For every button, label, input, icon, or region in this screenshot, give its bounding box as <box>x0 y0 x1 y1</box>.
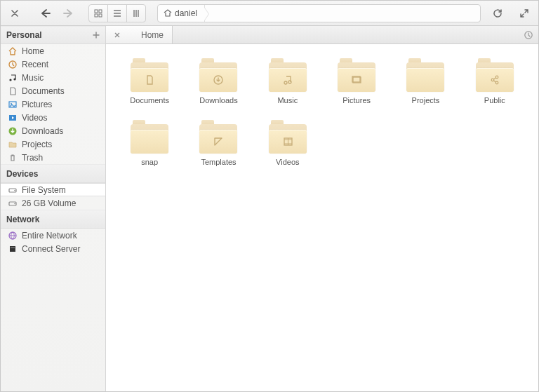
svg-point-6 <box>13 78 15 80</box>
arrow-right-icon <box>63 9 73 18</box>
breadcrumb-label: daniel <box>175 8 197 18</box>
sidebar-item-connect-server[interactable]: Connect Server <box>1 242 105 255</box>
folder-label: Music <box>277 96 298 104</box>
folder-icon <box>269 62 307 92</box>
folder-documents[interactable]: Documents <box>119 62 180 104</box>
network-icon <box>8 231 18 241</box>
folder-icon <box>406 62 444 92</box>
sidebar-section-header: Personal <box>1 26 105 44</box>
sidebar-item-pictures[interactable]: Pictures <box>1 97 105 111</box>
nav-back-button[interactable] <box>36 4 55 22</box>
folder-icon <box>338 62 375 92</box>
sidebar-item-downloads[interactable]: Downloads <box>1 124 105 137</box>
svg-point-20 <box>284 81 287 84</box>
svg-point-14 <box>14 203 15 204</box>
sidebar-item-label: File System <box>22 185 66 195</box>
sidebar-item-recent[interactable]: Recent <box>1 58 105 71</box>
folder-pictures[interactable]: Pictures <box>326 62 387 104</box>
sidebar-item-label: Documents <box>22 86 65 96</box>
breadcrumb-home[interactable]: daniel <box>158 5 205 22</box>
view-mode-group <box>89 4 146 22</box>
svg-point-5 <box>9 79 11 81</box>
svg-rect-3 <box>99 14 102 17</box>
sidebar-item-music[interactable]: Music <box>1 71 105 84</box>
folder-videos[interactable]: Videos <box>257 124 319 166</box>
sidebar-item-entire-network[interactable]: Entire Network <box>1 229 105 242</box>
columns-icon <box>132 9 140 18</box>
folder-label: snap <box>141 158 158 166</box>
drive-icon <box>8 198 18 208</box>
video-icon <box>8 113 18 123</box>
trash-icon <box>8 153 18 163</box>
sidebar-item-label: Connect Server <box>22 244 80 254</box>
list-icon <box>113 9 121 18</box>
folder-label: Pictures <box>342 96 371 104</box>
folder-label: Videos <box>276 158 299 166</box>
home-icon <box>8 46 18 56</box>
folder-templates[interactable]: Templates <box>187 124 249 166</box>
sidebar-item-label: Downloads <box>22 126 63 136</box>
svg-point-24 <box>491 79 494 81</box>
folder-label: Public <box>484 96 505 104</box>
sidebar-item-projects[interactable]: Projects <box>1 137 105 151</box>
folder-downloads[interactable]: Downloads <box>187 62 249 104</box>
doc-icon <box>8 86 18 96</box>
svg-point-26 <box>495 81 498 84</box>
folder-music[interactable]: Music <box>257 62 319 104</box>
folder-projects[interactable]: Projects <box>394 62 456 104</box>
music-icon <box>8 73 18 83</box>
arrow-left-icon <box>41 9 51 18</box>
sidebar-item-26-gb-volume[interactable]: 26 GB Volume <box>1 196 105 210</box>
folder-public[interactable]: Public <box>464 62 526 104</box>
path-bar[interactable]: daniel <box>157 4 481 22</box>
close-icon <box>11 10 18 17</box>
window-maximize-button[interactable] <box>514 4 534 22</box>
drive-icon <box>8 185 18 195</box>
toolbar: daniel <box>1 1 538 26</box>
svg-rect-2 <box>95 14 98 17</box>
sidebar-item-documents[interactable]: Documents <box>1 84 105 97</box>
svg-rect-0 <box>95 10 98 13</box>
sidebar-section-title: Network <box>6 215 39 224</box>
folder-icon <box>131 124 168 154</box>
folder-label: Templates <box>201 158 236 166</box>
sidebar-item-file-system[interactable]: File System <box>1 183 105 196</box>
view-list-button[interactable] <box>107 4 127 22</box>
sidebar-section-title: Personal <box>6 30 42 40</box>
picture-icon <box>8 100 18 109</box>
svg-point-12 <box>14 189 15 191</box>
work-area: Personal HomeRecentMusicDocumentsPicture… <box>1 26 538 391</box>
folder-icon <box>8 140 18 149</box>
sidebar-item-trash[interactable]: Trash <box>1 151 105 164</box>
sidebar-item-home[interactable]: Home <box>1 44 105 58</box>
svg-point-21 <box>288 81 291 83</box>
download-icon <box>8 126 18 136</box>
folder-icon <box>199 62 237 92</box>
sidebar-item-label: Trash <box>22 153 43 163</box>
folder-label: Projects <box>412 96 440 104</box>
window-close-button[interactable] <box>5 4 25 22</box>
content-area[interactable]: Documents Downloads Music Pictures Proje… <box>106 44 538 391</box>
history-icon <box>524 30 533 40</box>
folder-icon <box>476 62 514 92</box>
sidebar-item-videos[interactable]: Videos <box>1 111 105 124</box>
sidebar-item-label: Music <box>22 73 44 83</box>
tab-history-button[interactable] <box>519 26 538 43</box>
sidebar-item-label: Recent <box>22 60 48 69</box>
tab-close-icon[interactable] <box>114 32 120 38</box>
server-icon <box>8 244 18 254</box>
sidebar-section-header: Devices <box>1 164 105 183</box>
grid-icon <box>94 9 102 18</box>
refresh-button[interactable] <box>488 4 507 22</box>
view-columns-button[interactable] <box>126 4 146 22</box>
tab-home[interactable]: Home <box>106 26 173 43</box>
home-icon <box>164 9 172 17</box>
view-icons-button[interactable] <box>88 4 108 22</box>
sidebar: Personal HomeRecentMusicDocumentsPicture… <box>1 26 106 391</box>
folder-snap[interactable]: snap <box>119 124 180 166</box>
tab-title: Home <box>141 30 164 40</box>
nav-forward-button[interactable] <box>58 4 78 22</box>
svg-rect-17 <box>11 247 15 248</box>
sidebar-item-label: 26 GB Volume <box>22 198 76 208</box>
plus-icon[interactable] <box>93 32 100 39</box>
